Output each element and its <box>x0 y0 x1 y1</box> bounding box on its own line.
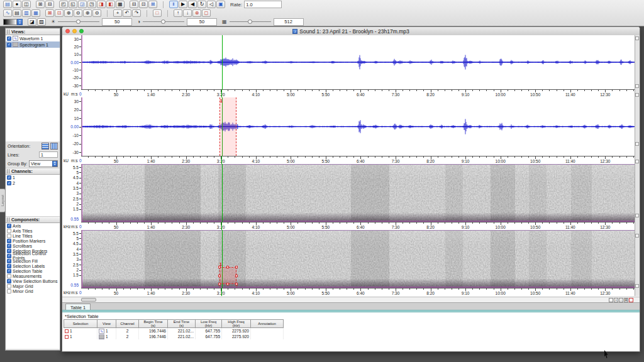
orientation-columns-button[interactable] <box>50 143 58 150</box>
checkbox[interactable]: ✓ <box>7 264 11 268</box>
checkbox[interactable]: ✓ <box>7 279 11 283</box>
component-item-selection-labels[interactable]: ✓Selection Labels <box>6 263 60 268</box>
spectrogram-plot-channel-1[interactable] <box>81 164 635 222</box>
contrast-value-input[interactable] <box>187 18 217 26</box>
loop-play-button[interactable]: ↻ <box>197 1 206 8</box>
selection-control-point[interactable] <box>235 275 238 277</box>
monitor-button[interactable]: ▣ <box>216 1 225 8</box>
copy-image-button[interactable]: ⊠ <box>148 1 157 8</box>
checkbox[interactable] <box>7 289 11 293</box>
close-window-light[interactable] <box>65 29 70 33</box>
page-setup-button[interactable]: ⊞ <box>36 1 45 8</box>
brightness-slider[interactable] <box>58 19 99 25</box>
column-header-selection[interactable]: Selection <box>64 319 97 328</box>
selection-spectrum-view-button[interactable]: ▦ <box>31 9 40 17</box>
column-header-begin-time[interactable]: Begin Time (s) <box>139 319 168 328</box>
checkbox[interactable]: ✓ <box>7 249 11 253</box>
component-item-view-selection-buttons[interactable]: ✓View Selection Buttons <box>6 278 60 283</box>
checkbox[interactable]: ✓ <box>7 181 11 185</box>
cascade-windows-button[interactable]: ◲ <box>78 1 87 8</box>
panel-drag-handle-icon[interactable] <box>7 30 9 34</box>
window-size-slider[interactable] <box>230 19 271 25</box>
slider-thumb[interactable] <box>161 19 165 24</box>
contrast-slider[interactable] <box>143 19 184 25</box>
print-button[interactable]: ⊟ <box>45 1 54 8</box>
save-sound-button[interactable]: ◫ <box>22 1 31 8</box>
checkbox[interactable] <box>7 284 11 288</box>
components-panel-header[interactable]: Components: <box>6 216 60 223</box>
checkbox[interactable]: ✓ <box>7 175 11 180</box>
group-by-select[interactable]: View ▲▼ <box>29 160 58 167</box>
checkbox[interactable]: ✓ <box>7 224 11 228</box>
horizontal-scrollbar-strip[interactable]: +−⊠ <box>62 297 640 302</box>
close-window-button[interactable]: ◨ <box>97 1 106 8</box>
zoom-all-button[interactable]: ⊡ <box>55 9 64 17</box>
pause-button[interactable]: ‖ <box>169 1 178 8</box>
slider-thumb[interactable] <box>76 19 80 24</box>
component-item-selection-control-points[interactable]: ✓Selection Control Points <box>6 253 60 258</box>
sound-window-titlebar[interactable]: ♪ Sound 1: 23 April 21 - Brooklyn - 23h1… <box>62 27 640 36</box>
panel-scroll-button[interactable] <box>635 36 639 40</box>
component-item-measurements[interactable]: Measurements <box>6 273 60 278</box>
panel-scroll-button[interactable] <box>635 93 639 97</box>
panel-scroll-button[interactable] <box>635 284 639 288</box>
slice-view-button[interactable]: ▥ <box>22 9 31 17</box>
window-size-value-input[interactable] <box>274 18 304 26</box>
panel-scroll-button[interactable] <box>635 142 639 146</box>
selection-control-point[interactable] <box>218 283 221 285</box>
select-view-button[interactable] <box>609 298 613 302</box>
zoom-to-selection-button[interactable]: ⊠ <box>45 9 54 17</box>
add-view-button[interactable]: + <box>614 298 618 302</box>
tile-windows-button[interactable]: ◱ <box>69 1 77 8</box>
invert-colorscheme-button[interactable]: ◪ <box>28 18 36 26</box>
component-item-line-titles[interactable]: Line Titles <box>6 233 60 238</box>
selection-control-point[interactable] <box>235 266 238 268</box>
open-sound-button[interactable]: ▤ <box>3 1 12 8</box>
channel-list-item-1[interactable]: ✓1 <box>6 175 60 180</box>
component-item-major-grid[interactable]: Major Grid <box>6 283 60 288</box>
right-scrollbar-strip[interactable] <box>635 35 640 296</box>
selection-box[interactable] <box>219 267 236 284</box>
undo-button[interactable]: ↶ <box>123 9 131 17</box>
component-item-selection-table[interactable]: ✓Selection Table <box>6 268 60 273</box>
table-row[interactable]: 1∿12196.7446221.02...647.7552275.920 <box>64 328 284 334</box>
color-scheme-selector[interactable]: ▲▼ <box>3 19 23 25</box>
checkbox[interactable] <box>7 274 11 278</box>
rate-input[interactable] <box>244 1 282 8</box>
selection-control-point[interactable] <box>226 283 229 285</box>
selection-control-point[interactable] <box>218 275 221 277</box>
spectrogram-plot-channel-2[interactable] <box>81 230 635 288</box>
channels-panel-header[interactable]: Channels: <box>6 168 60 175</box>
close-view-button[interactable] <box>629 298 633 302</box>
waveform-plot-channel-2[interactable] <box>81 97 635 156</box>
snapshot-button[interactable]: ⊡ <box>139 1 148 8</box>
add-selection-button[interactable]: + <box>113 9 122 17</box>
zoom-in-time-button[interactable]: ⊕ <box>64 9 73 17</box>
checkbox[interactable]: ✓ <box>7 244 11 248</box>
group-by-stepper[interactable]: ▲▼ <box>52 161 57 167</box>
panel-scroll-button[interactable] <box>635 214 639 217</box>
print-view-button[interactable]: ⊟ <box>130 1 138 8</box>
selection-control-point[interactable] <box>226 266 229 268</box>
views-list-item-2[interactable]: ✓Spectrogram 1 <box>6 41 60 48</box>
component-item-position-markers[interactable]: ✓Position Markers <box>6 238 60 243</box>
checkbox[interactable]: ✓ <box>7 259 11 263</box>
checkbox[interactable]: ✓ <box>7 43 11 47</box>
column-header-annotation[interactable]: Annotation <box>251 319 284 328</box>
link-views-button[interactable]: ▦ <box>116 1 125 8</box>
play-button[interactable]: ▶ <box>179 1 187 8</box>
brightness-value-input[interactable] <box>102 18 132 26</box>
table-row[interactable]: 112196.7446221.02...647.7552275.920 <box>64 334 284 339</box>
panel-drag-handle-icon[interactable] <box>7 169 9 173</box>
views-list-item-1[interactable]: ✓∿Waveform 1 <box>6 35 60 41</box>
prev-selection-button[interactable]: ↑ <box>174 9 182 17</box>
column-header-view[interactable]: View <box>97 319 116 328</box>
column-header-channel[interactable]: Channel <box>116 319 139 328</box>
panel-scroll-button[interactable] <box>635 234 639 238</box>
checkbox[interactable]: ✓ <box>7 36 11 41</box>
panel-scroll-button[interactable] <box>635 160 639 163</box>
minimize-window-light[interactable] <box>72 29 77 33</box>
next-selection-button[interactable]: ↓ <box>183 9 192 17</box>
colormap-button[interactable]: ▨ <box>37 18 46 26</box>
expand-view-button[interactable]: ⊠ <box>624 298 628 302</box>
